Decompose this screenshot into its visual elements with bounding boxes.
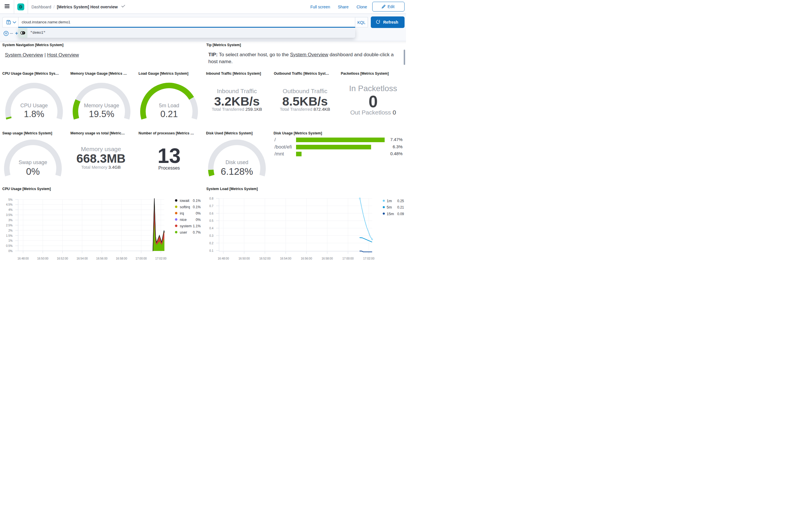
svg-text:0.7: 0.7 (210, 204, 214, 208)
svg-text:3%: 3% (8, 219, 13, 222)
svg-text:user: user (180, 230, 187, 235)
svg-text:1m: 1m (387, 199, 392, 203)
svg-text:16:58:00: 16:58:00 (116, 257, 127, 260)
svg-text:4%: 4% (8, 208, 13, 212)
svg-text:4.5%: 4.5% (6, 203, 13, 206)
svg-text:0.3: 0.3 (210, 234, 214, 237)
svg-text:0%: 0% (196, 212, 201, 216)
svg-text:17:00:00: 17:00:00 (342, 257, 354, 260)
svg-text:v: v (23, 32, 24, 34)
svg-text:0.5%: 0.5% (6, 244, 13, 247)
svg-text:iowait: iowait (180, 198, 190, 203)
svg-text:17:02:00: 17:02:00 (155, 257, 166, 260)
svg-text:0.1%: 0.1% (193, 205, 201, 209)
svg-text:16:54:00: 16:54:00 (77, 257, 88, 260)
svg-text:1.5%: 1.5% (6, 234, 13, 237)
svg-text:2.5%: 2.5% (6, 224, 13, 227)
svg-text:0.7%: 0.7% (193, 230, 201, 235)
svg-text:16:56:00: 16:56:00 (96, 257, 107, 260)
svg-text:0.4: 0.4 (210, 227, 214, 230)
svg-text:5%: 5% (8, 198, 13, 201)
svg-text:2%: 2% (8, 229, 13, 232)
svg-text:0.5: 0.5 (210, 219, 214, 222)
svg-text:0.09: 0.09 (397, 212, 404, 216)
svg-text:16:48:00: 16:48:00 (18, 257, 29, 260)
svg-text:17:02:00: 17:02:00 (363, 257, 375, 260)
svg-text:15m: 15m (387, 212, 394, 216)
svg-text:16:50:00: 16:50:00 (37, 257, 48, 260)
svg-text:0.1: 0.1 (210, 249, 214, 252)
svg-text:16:52:00: 16:52:00 (259, 257, 271, 260)
svg-text:16:58:00: 16:58:00 (322, 257, 333, 260)
svg-text:0.21: 0.21 (397, 205, 404, 209)
svg-text:1%: 1% (8, 239, 13, 242)
svg-text:0%: 0% (196, 218, 201, 222)
svg-text:softirq: softirq (180, 205, 190, 209)
svg-text:0.8: 0.8 (210, 197, 214, 200)
svg-text:16:50:00: 16:50:00 (239, 257, 250, 260)
svg-text:0.6: 0.6 (210, 212, 214, 215)
svg-text:0.25: 0.25 (397, 199, 404, 203)
svg-text:irq: irq (180, 211, 184, 216)
svg-text:system: system (180, 224, 192, 228)
svg-text:16:48:00: 16:48:00 (218, 257, 229, 260)
svg-text:nice: nice (180, 218, 187, 222)
svg-text:0%: 0% (8, 249, 13, 253)
svg-text:5m: 5m (387, 205, 392, 209)
svg-text:16:56:00: 16:56:00 (301, 257, 312, 260)
svg-text:17:00:00: 17:00:00 (136, 257, 147, 260)
svg-text:1.1%: 1.1% (193, 224, 201, 228)
svg-text:16:52:00: 16:52:00 (57, 257, 68, 260)
svg-text:0.1%: 0.1% (193, 199, 201, 203)
svg-text:16:54:00: 16:54:00 (280, 257, 292, 260)
svg-text:0.2: 0.2 (210, 242, 214, 245)
svg-text:3.5%: 3.5% (6, 214, 13, 217)
